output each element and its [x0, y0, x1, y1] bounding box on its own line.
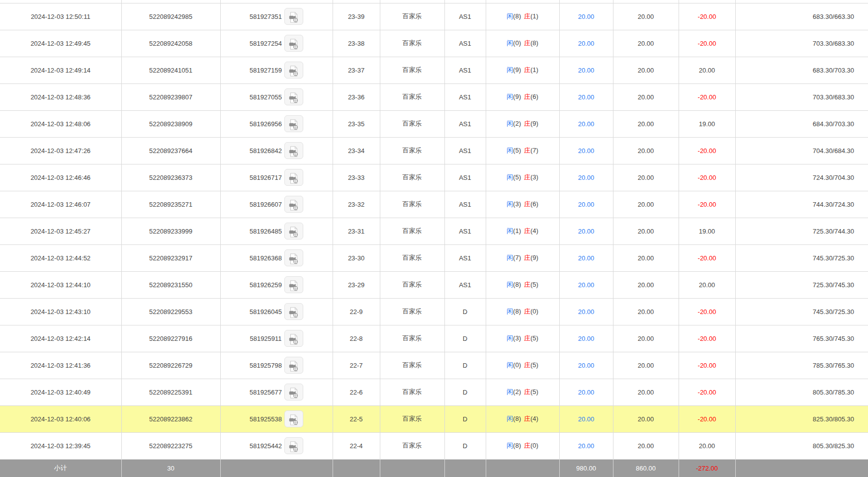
table-row[interactable]: 2024-12-03 12:49:45 522089242058 5819272… — [0, 30, 868, 57]
video-replay-button[interactable] — [284, 249, 303, 266]
video-replay-button[interactable] — [284, 276, 303, 293]
player-label: 闲 — [507, 388, 513, 396]
order-number: 522089241051 — [121, 57, 220, 83]
round-number: 23-37 — [333, 57, 380, 83]
bet-amount[interactable]: 20.00 — [559, 298, 613, 325]
video-replay-button[interactable] — [284, 410, 303, 427]
round-number: 23-34 — [333, 137, 380, 164]
game-number-cell: 581926259 — [220, 271, 333, 298]
game-result: 闲(5)庄(7) — [486, 137, 559, 164]
order-number: 522089237664 — [121, 137, 220, 164]
bet-time: 2024-12-03 12:40:06 — [0, 405, 121, 432]
banker-score: (9) — [530, 254, 538, 261]
player-score: (3) — [513, 334, 521, 342]
video-replay-button[interactable] — [284, 223, 303, 239]
video-file-icon — [287, 65, 300, 78]
video-replay-button[interactable] — [284, 196, 303, 213]
bet-amount[interactable]: 20.00 — [559, 164, 613, 191]
video-file-icon — [287, 279, 300, 292]
video-replay-button[interactable] — [284, 169, 303, 186]
player-label: 闲 — [507, 308, 513, 315]
order-number: 522089229553 — [121, 298, 220, 325]
round-number: 23-32 — [333, 191, 380, 218]
bet-amount[interactable]: 20.00 — [559, 83, 613, 110]
banker-label: 庄 — [524, 308, 530, 315]
video-replay-button[interactable] — [284, 437, 303, 454]
table-name: AS1 — [444, 137, 486, 164]
table-row[interactable]: 2024-12-03 12:39:45 522089223275 5819254… — [0, 432, 868, 459]
valid-amount: 20.00 — [613, 432, 679, 459]
bet-amount[interactable]: 20.00 — [559, 110, 613, 137]
subtotal-valid-total: 860.00 — [613, 459, 679, 477]
table-name: AS1 — [444, 271, 486, 298]
win-loss: -20.00 — [679, 405, 735, 432]
valid-amount: 20.00 — [613, 325, 679, 352]
table-row[interactable]: 2024-12-03 12:44:52 522089232917 5819263… — [0, 244, 868, 271]
subtotal-empty-cell — [220, 459, 333, 477]
game-number-cell: 581925911 — [220, 325, 333, 352]
video-replay-button[interactable] — [284, 142, 303, 159]
table-row[interactable]: 2024-12-03 12:40:49 522089225391 5819256… — [0, 379, 868, 405]
order-number: 522089242985 — [121, 3, 220, 30]
bet-amount[interactable]: 20.00 — [559, 137, 613, 164]
table-row[interactable]: 2024-12-03 12:46:07 522089235271 5819266… — [0, 191, 868, 218]
bet-time: 2024-12-03 12:44:52 — [0, 244, 121, 271]
video-replay-button[interactable] — [284, 357, 303, 374]
bet-amount[interactable]: 20.00 — [559, 432, 613, 459]
balance: 683.30/703.30 — [735, 57, 868, 83]
bet-amount[interactable]: 20.00 — [559, 57, 613, 83]
bet-amount[interactable]: 20.00 — [559, 325, 613, 352]
table-row[interactable]: 2024-12-03 12:42:14 522089227916 5819259… — [0, 325, 868, 352]
order-number: 522089238909 — [121, 110, 220, 137]
bet-amount[interactable]: 20.00 — [559, 405, 613, 432]
table-row[interactable]: 2024-12-03 12:41:36 522089226729 5819257… — [0, 352, 868, 379]
bet-amount[interactable]: 20.00 — [559, 352, 613, 379]
table-row[interactable]: 2024-12-03 12:47:26 522089237664 5819268… — [0, 137, 868, 164]
table-row[interactable]: 2024-12-03 12:43:10 522089229553 5819260… — [0, 298, 868, 325]
bet-time: 2024-12-03 12:46:07 — [0, 191, 121, 218]
player-label: 闲 — [507, 66, 513, 74]
bet-amount[interactable]: 20.00 — [559, 191, 613, 218]
player-label: 闲 — [507, 173, 513, 181]
bet-amount[interactable]: 20.00 — [559, 3, 613, 30]
order-number: 522089232917 — [121, 244, 220, 271]
win-loss: 20.00 — [679, 271, 735, 298]
bet-amount[interactable]: 20.00 — [559, 244, 613, 271]
balance: 703.30/683.30 — [735, 83, 868, 110]
subtotal-count: 30 — [121, 459, 220, 477]
game-number-cell: 581925677 — [220, 379, 333, 405]
order-number: 522089223862 — [121, 405, 220, 432]
valid-amount: 20.00 — [613, 83, 679, 110]
bet-amount[interactable]: 20.00 — [559, 379, 613, 405]
table-row[interactable]: 2024-12-03 12:45:27 522089233999 5819264… — [0, 218, 868, 244]
order-number: 522089235271 — [121, 191, 220, 218]
bet-time: 2024-12-03 12:47:26 — [0, 137, 121, 164]
table-row[interactable]: 2024-12-03 12:46:46 522089236373 5819267… — [0, 164, 868, 191]
table-row[interactable]: 2024-12-03 12:44:10 522089231550 5819262… — [0, 271, 868, 298]
banker-score: (0) — [530, 308, 538, 315]
video-replay-button[interactable] — [284, 62, 303, 79]
video-replay-button[interactable] — [284, 330, 303, 347]
table-row[interactable]: 2024-12-03 12:50:11 522089242985 5819273… — [0, 3, 868, 30]
video-replay-button[interactable] — [284, 303, 303, 320]
video-replay-button[interactable] — [284, 8, 303, 25]
table-row[interactable]: 2024-12-03 12:49:14 522089241051 5819271… — [0, 57, 868, 83]
video-replay-button[interactable] — [284, 88, 303, 105]
bet-amount[interactable]: 20.00 — [559, 30, 613, 57]
table-row[interactable]: 2024-12-03 12:48:36 522089239807 5819270… — [0, 83, 868, 110]
player-score: (3) — [513, 200, 521, 208]
video-replay-button[interactable] — [284, 384, 303, 400]
banker-label: 庄 — [524, 200, 530, 208]
round-number: 22-6 — [333, 379, 380, 405]
table-row[interactable]: 2024-12-03 12:40:06 522089223862 5819255… — [0, 405, 868, 432]
table-row[interactable]: 2024-12-03 12:48:06 522089238909 5819269… — [0, 110, 868, 137]
win-loss: -20.00 — [679, 191, 735, 218]
video-replay-button[interactable] — [284, 35, 303, 52]
video-file-icon — [287, 252, 300, 265]
banker-label: 庄 — [524, 120, 530, 127]
bet-amount[interactable]: 20.00 — [559, 218, 613, 244]
bet-amount[interactable]: 20.00 — [559, 271, 613, 298]
bet-time: 2024-12-03 12:40:49 — [0, 379, 121, 405]
video-replay-button[interactable] — [284, 115, 303, 132]
player-score: (0) — [513, 361, 521, 369]
